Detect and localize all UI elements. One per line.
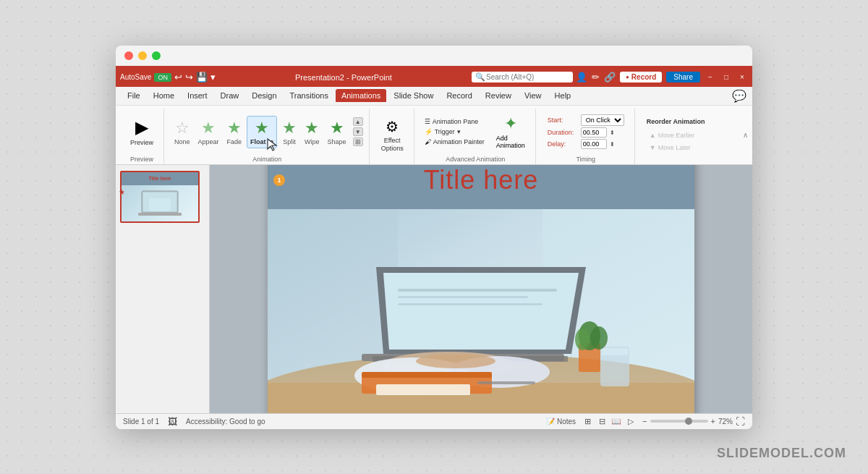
menu-home[interactable]: Home (148, 89, 180, 102)
quick-save-icon[interactable]: 💾 (196, 72, 208, 82)
anim-floatin[interactable]: ★ Float In (247, 116, 277, 148)
animation-scroll-controls: ▲ ▼ ⊞ (353, 117, 363, 146)
accessibility-status: Accessibility: Good to go (186, 418, 265, 426)
customize-icon[interactable]: ▾ (210, 72, 216, 82)
duration-label: Duration: (548, 129, 578, 136)
window-close-btn[interactable]: × (736, 72, 748, 83)
undo-icon[interactable]: ↩ (174, 72, 182, 82)
trigger-button[interactable]: ⚡ Trigger ▾ (422, 127, 488, 136)
slide-title-text[interactable]: Title here (424, 165, 539, 195)
powerpoint-window: AutoSave ON ↩ ↪ 💾 ▾ Presentation2 - Powe… (116, 46, 752, 429)
animation-pane-icon: ☰ (425, 118, 430, 125)
thumb-image-area (122, 185, 198, 221)
menu-animations[interactable]: Animations (336, 89, 386, 102)
minimize-button[interactable] (138, 51, 147, 60)
anim-none[interactable]: ☆ None (171, 117, 193, 148)
maximize-button[interactable] (152, 51, 161, 60)
menu-draw[interactable]: Draw (215, 89, 245, 102)
slide-background-image (268, 209, 694, 413)
anim-fade-label: Fade (227, 138, 242, 145)
preview-button[interactable]: ▶ Preview (126, 114, 158, 149)
move-later-button[interactable]: ▼ Move Later (647, 143, 705, 153)
ribbon-collapse-arrow[interactable]: ∧ (743, 131, 748, 139)
start-dropdown[interactable]: On Click With Previous After Previous (581, 114, 624, 126)
window-title: Presentation2 - PowerPoint (218, 73, 469, 82)
move-earlier-icon: ▲ (650, 132, 656, 139)
anim-floatin-label: Float In (250, 138, 273, 145)
notes-button[interactable]: 📝 Notes (546, 418, 576, 426)
menu-insert[interactable]: Insert (182, 89, 213, 102)
ribbon-container: AutoSave ON ↩ ↪ 💾 ▾ Presentation2 - Powe… (116, 66, 752, 165)
scroll-up-arrow[interactable]: ▲ (353, 117, 363, 126)
menu-review[interactable]: Review (480, 89, 517, 102)
zoom-out-icon[interactable]: − (642, 417, 647, 426)
menu-file[interactable]: File (122, 89, 146, 102)
ribbon-group-reorder: Reorder Animation ▲ Move Earlier ▼ Move … (637, 109, 715, 164)
scroll-down-arrow[interactable]: ▼ (353, 127, 363, 136)
duration-row: Duration: ⬍ (548, 127, 624, 137)
move-later-label: Move Later (658, 144, 691, 151)
anim-appear[interactable]: ★ Appear (195, 117, 222, 148)
slide-title-area: 1 Title here (268, 165, 694, 210)
add-animation-label: AddAnimation (496, 135, 525, 149)
svg-rect-30 (477, 381, 535, 384)
slide-view-icon[interactable]: 🖼 (168, 416, 177, 427)
menu-help[interactable]: Help (549, 89, 577, 102)
menu-transitions[interactable]: Transitions (284, 89, 334, 102)
slide-thumbnail-1[interactable]: 1 Title here (120, 171, 205, 223)
profile-icon[interactable]: 👤 (576, 72, 587, 82)
slide-canvas: 1 Title here (268, 165, 694, 413)
menu-record[interactable]: Record (441, 89, 477, 102)
timing-controls: Start: On Click With Previous After Prev… (543, 112, 629, 151)
zoom-track[interactable] (650, 420, 708, 423)
ribbon-group-advanced: ☰ Animation Pane ⚡ Trigger ▾ 🖌 Animation… (416, 109, 536, 164)
move-earlier-button[interactable]: ▲ Move Earlier (647, 130, 705, 140)
preview-icon: ▶ (135, 117, 148, 137)
zoom-in-icon[interactable]: + (711, 417, 715, 426)
ribbon-group-animation: ☆ None ★ Appear ★ Fade (166, 109, 370, 164)
search-input[interactable] (472, 72, 573, 82)
slide-info: Slide 1 of 1 (123, 418, 159, 426)
split-star-icon: ★ (282, 119, 297, 137)
window-minimize-btn[interactable]: − (705, 72, 716, 83)
pen-icon[interactable]: ✏ (592, 72, 600, 82)
delay-spinner[interactable]: ⬍ (610, 141, 615, 148)
normal-view-icon[interactable]: ⊞ (582, 415, 593, 427)
svg-rect-14 (398, 296, 528, 298)
menu-design[interactable]: Design (246, 89, 282, 102)
duration-input[interactable] (581, 127, 607, 137)
thumb-title-text: Title here (149, 176, 171, 181)
menu-view[interactable]: View (519, 89, 548, 102)
slide-sorter-icon[interactable]: ⊟ (596, 415, 608, 427)
effect-options-button[interactable]: ⚙ EffectOptions (377, 116, 408, 155)
status-bar: Slide 1 of 1 🖼 Accessibility: Good to go… (116, 413, 752, 429)
trigger-dropdown-arrow: ▾ (457, 128, 461, 135)
animation-painter-button[interactable]: 🖌 Animation Painter (422, 137, 488, 146)
anim-split-label: Split (283, 138, 296, 145)
presenter-view-icon[interactable]: ▷ (625, 415, 637, 427)
scroll-expand-arrow[interactable]: ⊞ (353, 137, 363, 146)
share-icon-small[interactable]: 🔗 (604, 72, 616, 82)
autosave-toggle[interactable]: ON (154, 73, 171, 82)
redo-icon[interactable]: ↪ (185, 72, 193, 82)
anim-split[interactable]: ★ Split (279, 117, 299, 148)
svg-rect-22 (362, 372, 492, 378)
animation-pane-button[interactable]: ☰ Animation Pane (422, 117, 488, 126)
comment-icon[interactable]: 💬 (732, 89, 746, 103)
close-button[interactable] (124, 51, 133, 60)
add-animation-button[interactable]: ✦ AddAnimation (492, 111, 529, 152)
reading-view-icon[interactable]: 📖 (610, 415, 622, 427)
animation-number-badge: 1 (273, 174, 285, 186)
window-restore-btn[interactable]: □ (720, 72, 732, 83)
anim-wipe[interactable]: ★ Wipe (302, 117, 323, 148)
fit-to-window-icon[interactable]: ⛶ (736, 416, 745, 427)
slide-editor-area[interactable]: 1 Title here (210, 165, 752, 413)
effect-options-label: EffectOptions (381, 137, 404, 153)
record-button[interactable]: ● Record (620, 72, 662, 82)
duration-spinner[interactable]: ⬍ (610, 130, 615, 136)
anim-fade[interactable]: ★ Fade (224, 117, 245, 148)
anim-shape[interactable]: ★ Shape (325, 117, 349, 148)
share-button[interactable]: Share (666, 72, 700, 82)
delay-input[interactable] (581, 139, 607, 149)
menu-slideshow[interactable]: Slide Show (388, 89, 439, 102)
